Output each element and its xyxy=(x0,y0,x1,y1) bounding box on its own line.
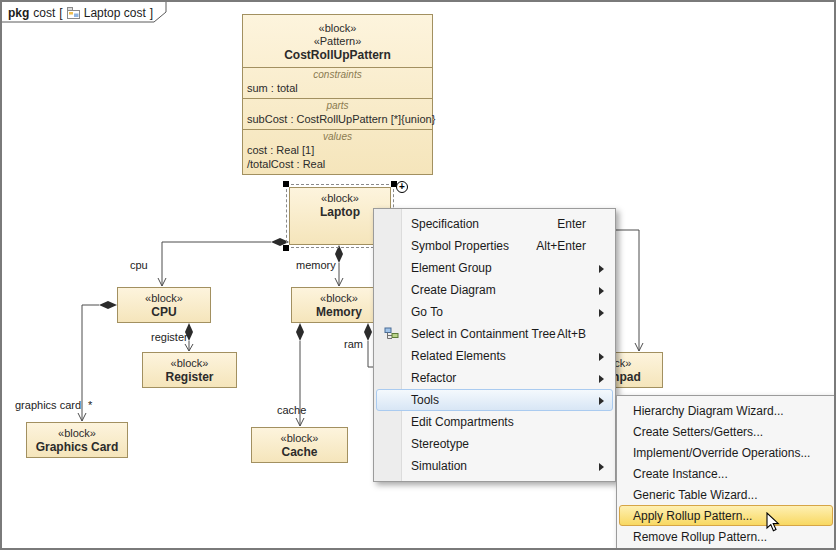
menu-item-tools[interactable]: Tools xyxy=(376,389,613,411)
submenu-item-remove-rollup-pattern[interactable]: Remove Rollup Pattern... xyxy=(619,526,833,547)
menu-item-label: Stereotype xyxy=(411,434,469,454)
submenu-arrow-icon xyxy=(599,463,604,471)
menu-item-label: Edit Compartments xyxy=(411,412,514,432)
menu-item-select-in-containment-tree[interactable]: Select in Containment Tree Alt+B xyxy=(376,323,613,345)
block-name: Memory xyxy=(292,305,386,320)
edge-label-cache[interactable]: cache xyxy=(277,404,306,416)
containment-tree-icon xyxy=(384,327,399,342)
submenu-item-create-setters-getters[interactable]: Create Setters/Getters... xyxy=(619,421,833,442)
menu-item-shortcut: Alt+Enter xyxy=(536,236,586,256)
edge-label-register[interactable]: register xyxy=(151,331,188,343)
tab-context-name: cost xyxy=(33,6,55,20)
menu-item-stereotype[interactable]: Stereotype xyxy=(376,433,613,455)
smart-manipulator-plus-icon[interactable]: + xyxy=(396,181,408,193)
menu-item-label: Implement/Override Operations... xyxy=(633,443,810,463)
menu-item-label: Create Setters/Getters... xyxy=(633,422,763,442)
submenu-item-implement-override-operations[interactable]: Implement/Override Operations... xyxy=(619,442,833,463)
constraint-item: sum : total xyxy=(243,81,432,95)
block-header: «block» «Pattern» CostRollUpPattern xyxy=(243,15,432,68)
menu-item-symbol-properties[interactable]: Symbol Properties Alt+Enter xyxy=(376,235,613,257)
edge-label-cpu[interactable]: cpu xyxy=(130,259,148,271)
compartment-label: parts xyxy=(243,100,432,112)
diagram-tab: pkg cost [ Laptop cost ] xyxy=(8,4,153,21)
connector-laptop-cpu[interactable] xyxy=(158,238,289,286)
menu-item-refactor[interactable]: Refactor xyxy=(376,367,613,389)
stereotype-label: «block» xyxy=(292,288,386,305)
resize-handle[interactable] xyxy=(283,181,289,187)
value-item: /totalCost : Real xyxy=(243,157,432,171)
menu-item-label: Element Group xyxy=(411,258,492,278)
stereotype-label: «block» xyxy=(243,18,432,35)
diagram-canvas[interactable]: pkg cost [ Laptop cost ] xyxy=(0,0,836,550)
menu-item-label: Create Diagram xyxy=(411,280,496,300)
stereotype-label: «block» xyxy=(252,428,347,445)
constraints-compartment: constraints sum : total xyxy=(243,68,432,99)
menu-item-go-to[interactable]: Go To xyxy=(376,301,613,323)
submenu-arrow-icon xyxy=(599,265,604,273)
menu-item-label: Related Elements xyxy=(411,346,506,366)
stereotype-label: «block» xyxy=(290,188,390,205)
tab-keyword: pkg xyxy=(8,6,29,20)
menu-item-label: Create Instance... xyxy=(633,464,728,484)
block-cpu[interactable]: «block» CPU xyxy=(117,287,211,323)
menu-item-label: Apply Rollup Pattern... xyxy=(633,506,752,526)
menu-item-label: Hierarchy Diagram Wizard... xyxy=(633,401,784,421)
submenu-arrow-icon xyxy=(599,287,604,295)
menu-item-shortcut: Enter xyxy=(557,214,586,234)
stereotype-label: «block» xyxy=(27,423,127,440)
submenu-arrow-icon xyxy=(599,397,604,405)
edge-label-ram[interactable]: ram xyxy=(344,338,363,350)
tools-submenu: Hierarchy Diagram Wizard... Create Sette… xyxy=(616,395,836,550)
menu-item-related-elements[interactable]: Related Elements xyxy=(376,345,613,367)
submenu-item-create-instance[interactable]: Create Instance... xyxy=(619,463,833,484)
menu-item-label: Go To xyxy=(411,302,443,322)
edge-label-graphics-card[interactable]: graphics card xyxy=(15,399,81,411)
tab-close-bracket: ] xyxy=(150,6,153,20)
edge-label-multiplicity[interactable]: * xyxy=(88,399,92,411)
connector-cpu-graphics-card[interactable] xyxy=(78,301,117,421)
block-name: CostRollUpPattern xyxy=(243,48,432,63)
submenu-arrow-icon xyxy=(599,309,604,317)
compartment-label: constraints xyxy=(243,69,432,81)
resize-handle[interactable] xyxy=(283,245,289,251)
menu-item-label: Simulation xyxy=(411,456,467,476)
submenu-arrow-icon xyxy=(599,353,604,361)
block-cache[interactable]: «block» Cache xyxy=(251,427,348,463)
menu-item-edit-compartments[interactable]: Edit Compartments xyxy=(376,411,613,433)
submenu-item-apply-rollup-pattern[interactable]: Apply Rollup Pattern... xyxy=(619,505,833,526)
block-name: CPU xyxy=(118,305,210,320)
mouse-cursor xyxy=(766,512,781,533)
menu-item-label: Generic Table Wizard... xyxy=(633,485,758,505)
menu-item-label: Remove Rollup Pattern... xyxy=(633,527,767,547)
context-menu: Specification Enter Symbol Properties Al… xyxy=(373,208,616,482)
submenu-item-hierarchy-diagram-wizard[interactable]: Hierarchy Diagram Wizard... xyxy=(619,400,833,421)
block-graphics-card[interactable]: «block» Graphics Card xyxy=(26,422,128,458)
tab-open-bracket: [ xyxy=(59,6,62,20)
block-name: Register xyxy=(143,370,236,385)
submenu-arrow-icon xyxy=(599,375,604,383)
menu-item-label: Symbol Properties xyxy=(411,236,509,256)
menu-item-label: Refactor xyxy=(411,368,456,388)
menu-item-label: Specification xyxy=(411,214,479,234)
compartment-label: values xyxy=(243,131,432,143)
menu-item-element-group[interactable]: Element Group xyxy=(376,257,613,279)
part-item: subCost : CostRollUpPattern [*]{union} xyxy=(243,112,432,126)
submenu-item-generic-table-wizard[interactable]: Generic Table Wizard... xyxy=(619,484,833,505)
menu-item-simulation[interactable]: Simulation xyxy=(376,455,613,477)
parts-compartment: parts subCost : CostRollUpPattern [*]{un… xyxy=(243,99,432,130)
menu-item-create-diagram[interactable]: Create Diagram xyxy=(376,279,613,301)
block-name: Graphics Card xyxy=(27,440,127,455)
block-name: Cache xyxy=(252,445,347,460)
stereotype-label: «Pattern» xyxy=(243,35,432,48)
block-cost-rollup-pattern[interactable]: «block» «Pattern» CostRollUpPattern cons… xyxy=(242,14,433,175)
block-register[interactable]: «block» Register xyxy=(142,352,237,388)
diagram-type-icon xyxy=(67,7,80,19)
menu-item-label: Select in Containment Tree xyxy=(411,324,556,344)
menu-item-shortcut: Alt+B xyxy=(557,324,586,344)
edge-label-memory[interactable]: memory xyxy=(296,259,336,271)
values-compartment: values cost : Real [1] /totalCost : Real xyxy=(243,130,432,174)
stereotype-label: «block» xyxy=(143,353,236,370)
value-item: cost : Real [1] xyxy=(243,143,432,157)
menu-item-specification[interactable]: Specification Enter xyxy=(376,213,613,235)
connector-laptop-memory[interactable] xyxy=(335,245,343,286)
